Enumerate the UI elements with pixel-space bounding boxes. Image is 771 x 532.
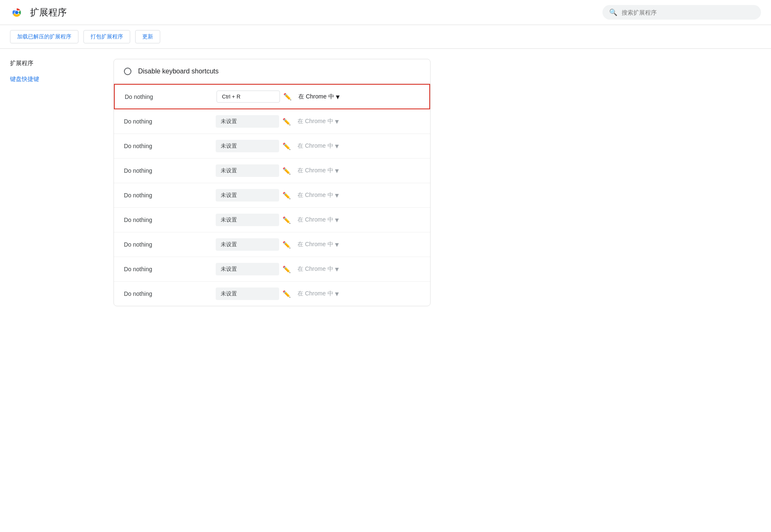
shortcut-row: Do nothing 未设置 ✏️ 在 Chrome 中 ▾ <box>114 257 430 282</box>
edit-icon[interactable]: ✏️ <box>282 118 291 126</box>
disable-shortcuts-radio[interactable] <box>124 68 131 75</box>
layout: 扩展程序 键盘快捷键 Disable keyboard shortcuts Do… <box>0 49 771 532</box>
main-content: Disable keyboard shortcuts Do nothing Ct… <box>100 49 771 532</box>
shortcut-key-box: 未设置 <box>216 263 279 275</box>
shortcuts-card: Disable keyboard shortcuts Do nothing Ct… <box>113 59 431 306</box>
chrome-logo-icon <box>10 6 23 19</box>
shortcut-key-box: 未设置 <box>216 115 279 128</box>
chevron-down-icon: ▾ <box>335 191 339 200</box>
shortcut-label: Do nothing <box>124 192 216 199</box>
scope-text: 在 Chrome 中 <box>297 118 333 125</box>
shortcut-label: Do nothing <box>124 143 216 149</box>
edit-icon[interactable]: ✏️ <box>282 167 291 175</box>
shortcut-scope-wrapper: 在 Chrome 中 ▾ <box>291 141 420 151</box>
shortcut-label: Do nothing <box>124 290 216 297</box>
shortcut-scope-wrapper: 在 Chrome 中 ▾ <box>291 166 420 175</box>
shortcut-scope-wrapper: 在 Chrome 中 ▾ <box>291 240 420 249</box>
shortcut-key-wrapper: Ctrl + R ✏️ <box>217 91 292 103</box>
chevron-down-icon: ▾ <box>335 215 339 224</box>
shortcut-label: Do nothing <box>124 217 216 223</box>
shortcut-key-box[interactable]: Ctrl + R <box>217 91 280 103</box>
shortcut-scope-wrapper: 在 Chrome 中 ▾ <box>292 92 419 101</box>
shortcut-row: Do nothing Ctrl + R ✏️ 在 Chrome 中 ▾ <box>114 84 430 109</box>
edit-icon[interactable]: ✏️ <box>282 216 291 224</box>
shortcut-key-box: 未设置 <box>216 189 279 202</box>
search-icon: 🔍 <box>609 8 617 16</box>
scope-text: 在 Chrome 中 <box>298 93 334 101</box>
chevron-down-icon: ▾ <box>335 265 339 274</box>
chevron-down-icon: ▾ <box>335 117 339 126</box>
header: 扩展程序 🔍 <box>0 0 771 25</box>
svg-point-3 <box>15 11 18 14</box>
shortcut-rows-container: Do nothing Ctrl + R ✏️ 在 Chrome 中 ▾ Do n… <box>114 84 430 306</box>
scope-text: 在 Chrome 中 <box>297 142 333 150</box>
shortcut-key-box: 未设置 <box>216 287 279 300</box>
shortcut-scope-wrapper: 在 Chrome 中 ▾ <box>291 117 420 126</box>
chevron-down-icon: ▾ <box>335 240 339 249</box>
shortcut-label: Do nothing <box>124 266 216 272</box>
shortcut-key-wrapper: 未设置 ✏️ <box>216 214 291 226</box>
chevron-down-icon: ▾ <box>335 166 339 175</box>
shortcut-key-wrapper: 未设置 ✏️ <box>216 140 291 152</box>
shortcut-row: Do nothing 未设置 ✏️ 在 Chrome 中 ▾ <box>114 159 430 183</box>
card-header-title: Disable keyboard shortcuts <box>138 68 219 75</box>
shortcut-key-wrapper: 未设置 ✏️ <box>216 287 291 300</box>
edit-icon[interactable]: ✏️ <box>282 290 291 298</box>
chevron-down-icon: ▾ <box>335 289 339 298</box>
shortcut-row: Do nothing 未设置 ✏️ 在 Chrome 中 ▾ <box>114 134 430 159</box>
shortcut-label: Do nothing <box>124 118 216 125</box>
sidebar-item-extensions[interactable]: 扩展程序 <box>0 55 100 71</box>
edit-icon[interactable]: ✏️ <box>282 241 291 249</box>
chevron-down-icon[interactable]: ▾ <box>336 92 340 101</box>
shortcut-label: Do nothing <box>125 93 217 100</box>
edit-icon[interactable]: ✏️ <box>282 192 291 199</box>
shortcut-key-box: 未设置 <box>216 164 279 177</box>
scope-text: 在 Chrome 中 <box>297 241 333 248</box>
shortcut-label: Do nothing <box>124 167 216 174</box>
update-button[interactable]: 更新 <box>135 30 160 43</box>
shortcut-key-wrapper: 未设置 ✏️ <box>216 238 291 251</box>
shortcut-row: Do nothing 未设置 ✏️ 在 Chrome 中 ▾ <box>114 282 430 306</box>
shortcut-scope-wrapper: 在 Chrome 中 ▾ <box>291 191 420 200</box>
scope-text: 在 Chrome 中 <box>297 216 333 224</box>
shortcut-row: Do nothing 未设置 ✏️ 在 Chrome 中 ▾ <box>114 232 430 257</box>
shortcut-key-box: 未设置 <box>216 214 279 226</box>
shortcut-row: Do nothing 未设置 ✏️ 在 Chrome 中 ▾ <box>114 109 430 134</box>
edit-icon[interactable]: ✏️ <box>282 142 291 150</box>
shortcut-scope-wrapper: 在 Chrome 中 ▾ <box>291 265 420 274</box>
shortcut-row: Do nothing 未设置 ✏️ 在 Chrome 中 ▾ <box>114 208 430 232</box>
sidebar: 扩展程序 键盘快捷键 <box>0 49 100 532</box>
search-bar: 🔍 <box>602 5 761 20</box>
pack-extension-button[interactable]: 打包扩展程序 <box>83 30 130 43</box>
shortcut-row: Do nothing 未设置 ✏️ 在 Chrome 中 ▾ <box>114 183 430 208</box>
scope-text: 在 Chrome 中 <box>297 167 333 174</box>
shortcut-label: Do nothing <box>124 241 216 248</box>
search-input[interactable] <box>622 9 754 16</box>
shortcut-scope-wrapper: 在 Chrome 中 ▾ <box>291 215 420 224</box>
chevron-down-icon: ▾ <box>335 141 339 151</box>
page-title: 扩展程序 <box>30 6 67 19</box>
edit-icon[interactable]: ✏️ <box>283 93 292 101</box>
sidebar-item-keyboard-shortcuts[interactable]: 键盘快捷键 <box>0 71 100 87</box>
scope-text: 在 Chrome 中 <box>297 265 333 273</box>
toolbar: 加载已解压的扩展程序 打包扩展程序 更新 <box>0 25 771 49</box>
card-header: Disable keyboard shortcuts <box>114 59 430 84</box>
shortcut-key-wrapper: 未设置 ✏️ <box>216 189 291 202</box>
shortcut-key-box: 未设置 <box>216 140 279 152</box>
shortcut-key-wrapper: 未设置 ✏️ <box>216 115 291 128</box>
load-unpacked-button[interactable]: 加载已解压的扩展程序 <box>10 30 78 43</box>
edit-icon[interactable]: ✏️ <box>282 265 291 273</box>
scope-text: 在 Chrome 中 <box>297 192 333 199</box>
shortcut-scope-wrapper: 在 Chrome 中 ▾ <box>291 289 420 298</box>
scope-text: 在 Chrome 中 <box>297 290 333 298</box>
shortcut-key-wrapper: 未设置 ✏️ <box>216 164 291 177</box>
shortcut-key-box: 未设置 <box>216 238 279 251</box>
shortcut-key-wrapper: 未设置 ✏️ <box>216 263 291 275</box>
